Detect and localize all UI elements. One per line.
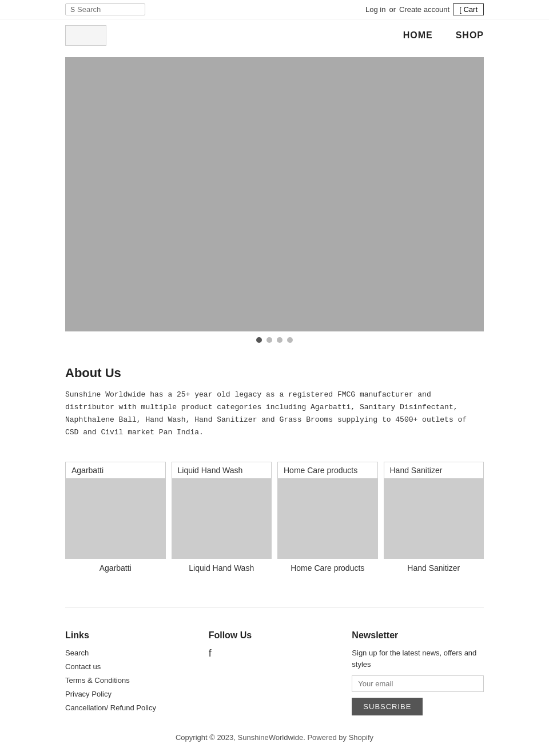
category-img-1 — [172, 479, 272, 559]
list-item: Contact us — [65, 661, 197, 671]
list-item: Search — [65, 647, 197, 658]
facebook-icon[interactable]: f — [209, 647, 212, 659]
footer-link-search[interactable]: Search — [65, 649, 89, 657]
about-section: About Us Sunshine Worldwide has a 25+ ye… — [0, 349, 549, 450]
hero-dots — [0, 337, 549, 343]
search-icon: S — [70, 6, 75, 14]
footer-follow-title: Follow Us — [209, 630, 341, 641]
category-names: Agarbatti Liquid Hand Wash Home Care pro… — [65, 563, 484, 573]
category-img-3 — [384, 479, 484, 559]
footer-links-list: Search Contact us Terms & Conditions Pri… — [65, 647, 197, 713]
category-name-1[interactable]: Liquid Hand Wash — [172, 563, 272, 573]
login-link[interactable]: Log in — [365, 5, 385, 14]
footer-newsletter-col: Newsletter Sign up for the latest news, … — [352, 630, 484, 716]
nav-home[interactable]: HOME — [403, 30, 433, 41]
create-account-link[interactable]: Create account — [399, 5, 449, 14]
copyright: Copyright © 2023, SunshineWorldwide. Pow… — [0, 722, 549, 753]
category-name-3[interactable]: Hand Sanitizer — [384, 563, 484, 573]
header-logo-bar: HOME SHOP — [0, 19, 549, 51]
category-name-0[interactable]: Agarbatti — [65, 563, 166, 573]
nav-shop[interactable]: SHOP — [456, 30, 484, 41]
about-body: Sunshine Worldwide has a 25+ year old le… — [65, 389, 484, 439]
cart-label: Cart — [463, 5, 478, 14]
about-title: About Us — [65, 366, 484, 381]
category-label-3[interactable]: Hand Sanitizer — [384, 462, 484, 479]
search-wrapper[interactable]: S — [65, 3, 145, 15]
logo — [65, 25, 106, 46]
cart-button[interactable]: [ Cart — [453, 3, 484, 15]
main-nav: HOME SHOP — [403, 30, 484, 41]
footer-divider — [65, 607, 484, 607]
category-label-0[interactable]: Agarbatti — [65, 462, 166, 479]
header-right: Log in or Create account [ Cart — [365, 3, 484, 15]
footer-link-contact[interactable]: Contact us — [65, 662, 101, 671]
hero-dot-1[interactable] — [256, 337, 262, 343]
category-img-0 — [65, 479, 166, 559]
footer-links-col: Links Search Contact us Terms & Conditio… — [65, 630, 197, 716]
hero-dot-3[interactable] — [277, 337, 283, 343]
hero-dot-2[interactable] — [266, 337, 272, 343]
footer-section: Links Search Contact us Terms & Conditio… — [0, 619, 549, 722]
category-name-2[interactable]: Home Care products — [277, 563, 378, 573]
category-img-2 — [277, 479, 378, 559]
category-label-2[interactable]: Home Care products — [277, 462, 378, 479]
footer-link-privacy[interactable]: Privacy Policy — [65, 690, 112, 698]
category-labels: Agarbatti Liquid Hand Wash Home Care pro… — [65, 462, 484, 479]
list-item: Terms & Conditions — [65, 675, 197, 685]
footer-follow-col: Follow Us f — [209, 630, 341, 716]
subscribe-button[interactable]: SUBSCRIBE — [352, 698, 423, 715]
search-input[interactable] — [77, 5, 140, 14]
footer-link-terms[interactable]: Terms & Conditions — [65, 676, 130, 685]
list-item: Privacy Policy — [65, 689, 197, 699]
categories-section: Agarbatti Liquid Hand Wash Home Care pro… — [0, 450, 549, 595]
footer-links-title: Links — [65, 630, 197, 641]
header-top: S Log in or Create account [ Cart — [0, 0, 549, 19]
hero-dot-4[interactable] — [287, 337, 293, 343]
footer-link-cancellation[interactable]: Cancellation/ Refund Policy — [65, 703, 156, 712]
email-input[interactable] — [352, 675, 484, 692]
or-text: or — [389, 5, 396, 14]
category-label-1[interactable]: Liquid Hand Wash — [172, 462, 272, 479]
hero-banner — [65, 57, 484, 331]
list-item: Cancellation/ Refund Policy — [65, 702, 197, 713]
footer-newsletter-title: Newsletter — [352, 630, 484, 641]
category-images — [65, 479, 484, 559]
newsletter-text: Sign up for the latest news, offers and … — [352, 647, 484, 670]
